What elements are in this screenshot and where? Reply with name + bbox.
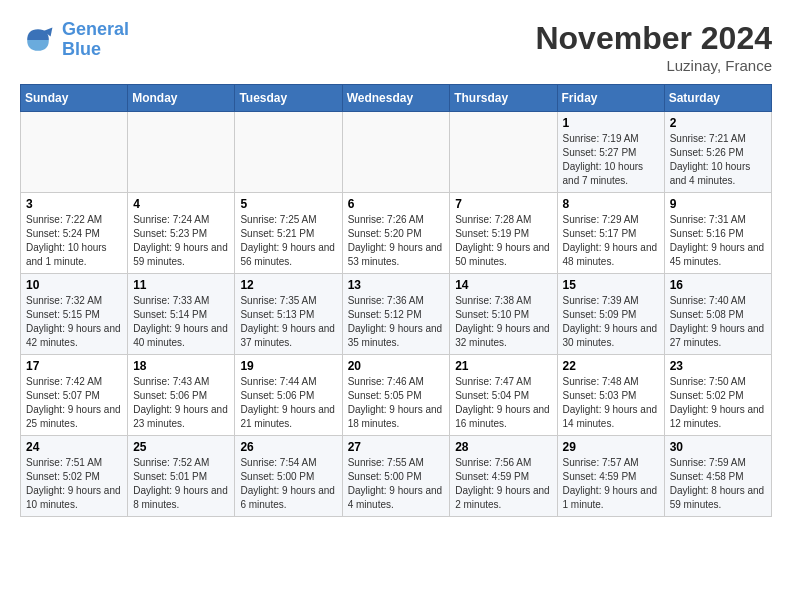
day-number: 16 <box>670 278 766 292</box>
day-number: 27 <box>348 440 445 454</box>
calendar-table: SundayMondayTuesdayWednesdayThursdayFrid… <box>20 84 772 517</box>
day-number: 24 <box>26 440 122 454</box>
calendar-week-row: 24Sunrise: 7:51 AM Sunset: 5:02 PM Dayli… <box>21 436 772 517</box>
weekday-header: Thursday <box>450 85 557 112</box>
day-info: Sunrise: 7:31 AM Sunset: 5:16 PM Dayligh… <box>670 213 766 269</box>
calendar-cell: 8Sunrise: 7:29 AM Sunset: 5:17 PM Daylig… <box>557 193 664 274</box>
calendar-cell: 27Sunrise: 7:55 AM Sunset: 5:00 PM Dayli… <box>342 436 450 517</box>
calendar-cell <box>450 112 557 193</box>
calendar-cell: 14Sunrise: 7:38 AM Sunset: 5:10 PM Dayli… <box>450 274 557 355</box>
calendar-cell <box>21 112 128 193</box>
day-number: 3 <box>26 197 122 211</box>
day-info: Sunrise: 7:35 AM Sunset: 5:13 PM Dayligh… <box>240 294 336 350</box>
day-number: 8 <box>563 197 659 211</box>
calendar-cell: 29Sunrise: 7:57 AM Sunset: 4:59 PM Dayli… <box>557 436 664 517</box>
weekday-header: Wednesday <box>342 85 450 112</box>
day-info: Sunrise: 7:38 AM Sunset: 5:10 PM Dayligh… <box>455 294 551 350</box>
logo-line2: Blue <box>62 39 101 59</box>
calendar-cell: 28Sunrise: 7:56 AM Sunset: 4:59 PM Dayli… <box>450 436 557 517</box>
day-info: Sunrise: 7:40 AM Sunset: 5:08 PM Dayligh… <box>670 294 766 350</box>
day-number: 20 <box>348 359 445 373</box>
calendar-cell: 22Sunrise: 7:48 AM Sunset: 5:03 PM Dayli… <box>557 355 664 436</box>
calendar-cell: 23Sunrise: 7:50 AM Sunset: 5:02 PM Dayli… <box>664 355 771 436</box>
calendar-week-row: 3Sunrise: 7:22 AM Sunset: 5:24 PM Daylig… <box>21 193 772 274</box>
weekday-header: Friday <box>557 85 664 112</box>
day-info: Sunrise: 7:43 AM Sunset: 5:06 PM Dayligh… <box>133 375 229 431</box>
month-year: November 2024 <box>535 20 772 57</box>
calendar-cell: 1Sunrise: 7:19 AM Sunset: 5:27 PM Daylig… <box>557 112 664 193</box>
calendar-cell: 6Sunrise: 7:26 AM Sunset: 5:20 PM Daylig… <box>342 193 450 274</box>
day-info: Sunrise: 7:39 AM Sunset: 5:09 PM Dayligh… <box>563 294 659 350</box>
calendar-cell: 21Sunrise: 7:47 AM Sunset: 5:04 PM Dayli… <box>450 355 557 436</box>
calendar-cell <box>128 112 235 193</box>
day-info: Sunrise: 7:42 AM Sunset: 5:07 PM Dayligh… <box>26 375 122 431</box>
logo-line1: General <box>62 19 129 39</box>
day-info: Sunrise: 7:59 AM Sunset: 4:58 PM Dayligh… <box>670 456 766 512</box>
day-info: Sunrise: 7:25 AM Sunset: 5:21 PM Dayligh… <box>240 213 336 269</box>
calendar-cell: 19Sunrise: 7:44 AM Sunset: 5:06 PM Dayli… <box>235 355 342 436</box>
day-number: 9 <box>670 197 766 211</box>
title-block: November 2024 Luzinay, France <box>535 20 772 74</box>
day-number: 1 <box>563 116 659 130</box>
day-number: 26 <box>240 440 336 454</box>
weekday-header: Saturday <box>664 85 771 112</box>
day-number: 23 <box>670 359 766 373</box>
calendar-cell <box>342 112 450 193</box>
calendar-cell: 5Sunrise: 7:25 AM Sunset: 5:21 PM Daylig… <box>235 193 342 274</box>
calendar-cell: 4Sunrise: 7:24 AM Sunset: 5:23 PM Daylig… <box>128 193 235 274</box>
day-info: Sunrise: 7:50 AM Sunset: 5:02 PM Dayligh… <box>670 375 766 431</box>
calendar-cell: 30Sunrise: 7:59 AM Sunset: 4:58 PM Dayli… <box>664 436 771 517</box>
day-info: Sunrise: 7:28 AM Sunset: 5:19 PM Dayligh… <box>455 213 551 269</box>
calendar-cell <box>235 112 342 193</box>
calendar-cell: 18Sunrise: 7:43 AM Sunset: 5:06 PM Dayli… <box>128 355 235 436</box>
calendar-cell: 26Sunrise: 7:54 AM Sunset: 5:00 PM Dayli… <box>235 436 342 517</box>
day-info: Sunrise: 7:52 AM Sunset: 5:01 PM Dayligh… <box>133 456 229 512</box>
day-info: Sunrise: 7:36 AM Sunset: 5:12 PM Dayligh… <box>348 294 445 350</box>
day-info: Sunrise: 7:46 AM Sunset: 5:05 PM Dayligh… <box>348 375 445 431</box>
calendar-cell: 12Sunrise: 7:35 AM Sunset: 5:13 PM Dayli… <box>235 274 342 355</box>
day-number: 10 <box>26 278 122 292</box>
day-number: 13 <box>348 278 445 292</box>
calendar-week-row: 17Sunrise: 7:42 AM Sunset: 5:07 PM Dayli… <box>21 355 772 436</box>
calendar-cell: 7Sunrise: 7:28 AM Sunset: 5:19 PM Daylig… <box>450 193 557 274</box>
day-number: 5 <box>240 197 336 211</box>
day-number: 17 <box>26 359 122 373</box>
logo: General Blue <box>20 20 129 60</box>
day-info: Sunrise: 7:48 AM Sunset: 5:03 PM Dayligh… <box>563 375 659 431</box>
calendar-cell: 10Sunrise: 7:32 AM Sunset: 5:15 PM Dayli… <box>21 274 128 355</box>
day-number: 14 <box>455 278 551 292</box>
location: Luzinay, France <box>535 57 772 74</box>
day-number: 29 <box>563 440 659 454</box>
day-number: 11 <box>133 278 229 292</box>
day-info: Sunrise: 7:26 AM Sunset: 5:20 PM Dayligh… <box>348 213 445 269</box>
logo-icon <box>20 22 56 58</box>
day-info: Sunrise: 7:54 AM Sunset: 5:00 PM Dayligh… <box>240 456 336 512</box>
calendar-week-row: 10Sunrise: 7:32 AM Sunset: 5:15 PM Dayli… <box>21 274 772 355</box>
logo-text: General Blue <box>62 20 129 60</box>
calendar-cell: 9Sunrise: 7:31 AM Sunset: 5:16 PM Daylig… <box>664 193 771 274</box>
calendar-cell: 15Sunrise: 7:39 AM Sunset: 5:09 PM Dayli… <box>557 274 664 355</box>
day-number: 25 <box>133 440 229 454</box>
day-number: 19 <box>240 359 336 373</box>
calendar-week-row: 1Sunrise: 7:19 AM Sunset: 5:27 PM Daylig… <box>21 112 772 193</box>
page-header: General Blue November 2024 Luzinay, Fran… <box>20 20 772 74</box>
calendar-cell: 11Sunrise: 7:33 AM Sunset: 5:14 PM Dayli… <box>128 274 235 355</box>
day-info: Sunrise: 7:24 AM Sunset: 5:23 PM Dayligh… <box>133 213 229 269</box>
day-info: Sunrise: 7:51 AM Sunset: 5:02 PM Dayligh… <box>26 456 122 512</box>
day-info: Sunrise: 7:32 AM Sunset: 5:15 PM Dayligh… <box>26 294 122 350</box>
calendar-cell: 20Sunrise: 7:46 AM Sunset: 5:05 PM Dayli… <box>342 355 450 436</box>
day-info: Sunrise: 7:57 AM Sunset: 4:59 PM Dayligh… <box>563 456 659 512</box>
calendar-cell: 24Sunrise: 7:51 AM Sunset: 5:02 PM Dayli… <box>21 436 128 517</box>
weekday-header: Tuesday <box>235 85 342 112</box>
day-number: 6 <box>348 197 445 211</box>
calendar-cell: 25Sunrise: 7:52 AM Sunset: 5:01 PM Dayli… <box>128 436 235 517</box>
weekday-header-row: SundayMondayTuesdayWednesdayThursdayFrid… <box>21 85 772 112</box>
day-number: 21 <box>455 359 551 373</box>
day-number: 15 <box>563 278 659 292</box>
day-number: 4 <box>133 197 229 211</box>
day-info: Sunrise: 7:19 AM Sunset: 5:27 PM Dayligh… <box>563 132 659 188</box>
day-info: Sunrise: 7:33 AM Sunset: 5:14 PM Dayligh… <box>133 294 229 350</box>
weekday-header: Sunday <box>21 85 128 112</box>
day-info: Sunrise: 7:55 AM Sunset: 5:00 PM Dayligh… <box>348 456 445 512</box>
day-number: 28 <box>455 440 551 454</box>
